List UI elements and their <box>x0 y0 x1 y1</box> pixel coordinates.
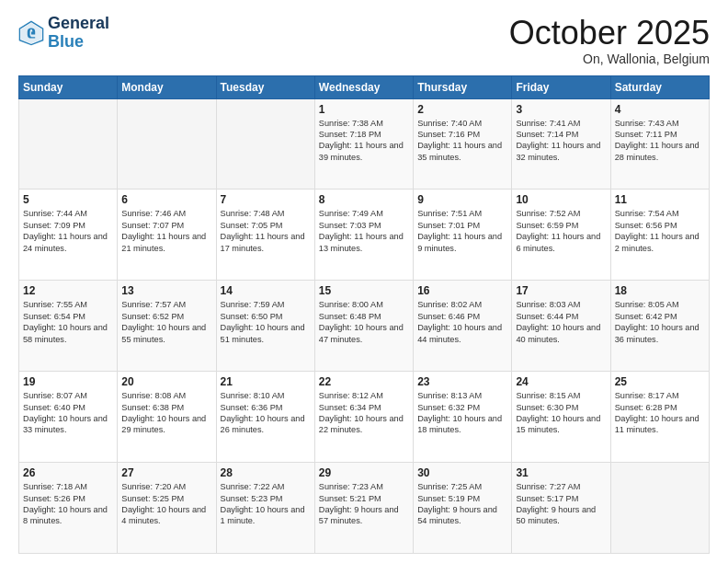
cell-info: Sunrise: 8:03 AM Sunset: 6:44 PM Dayligh… <box>516 299 606 345</box>
cell-info: Sunrise: 7:25 AM Sunset: 5:19 PM Dayligh… <box>417 481 507 527</box>
calendar-cell: 1Sunrise: 7:38 AM Sunset: 7:18 PM Daylig… <box>314 98 413 190</box>
cell-info: Sunrise: 8:10 AM Sunset: 6:36 PM Dayligh… <box>221 390 311 436</box>
day-number: 7 <box>221 193 311 206</box>
calendar-week-row: 12Sunrise: 7:55 AM Sunset: 6:54 PM Dayli… <box>19 281 710 372</box>
calendar-cell: 7Sunrise: 7:48 AM Sunset: 7:05 PM Daylig… <box>216 190 314 281</box>
day-number: 2 <box>417 103 507 116</box>
cell-info: Sunrise: 8:15 AM Sunset: 6:30 PM Dayligh… <box>516 390 606 436</box>
subtitle: On, Wallonia, Belgium <box>509 52 710 66</box>
cell-info: Sunrise: 7:57 AM Sunset: 6:52 PM Dayligh… <box>121 299 211 345</box>
calendar-cell <box>118 98 216 190</box>
day-number: 21 <box>221 375 311 388</box>
day-number: 26 <box>23 466 113 479</box>
day-number: 4 <box>615 103 705 116</box>
cell-info: Sunrise: 8:13 AM Sunset: 6:32 PM Dayligh… <box>417 390 507 436</box>
calendar-cell <box>19 98 118 190</box>
calendar-cell: 27Sunrise: 7:20 AM Sunset: 5:25 PM Dayli… <box>118 463 216 554</box>
calendar-cell: 8Sunrise: 7:49 AM Sunset: 7:03 PM Daylig… <box>314 190 413 281</box>
cell-info: Sunrise: 7:43 AM Sunset: 7:11 PM Dayligh… <box>615 118 705 164</box>
cell-info: Sunrise: 8:00 AM Sunset: 6:48 PM Dayligh… <box>319 299 409 345</box>
calendar-day-header: Sunday <box>19 75 118 98</box>
day-number: 23 <box>417 375 507 388</box>
calendar-cell: 2Sunrise: 7:40 AM Sunset: 7:16 PM Daylig… <box>414 98 512 190</box>
cell-info: Sunrise: 7:59 AM Sunset: 6:50 PM Dayligh… <box>221 299 311 345</box>
calendar-cell: 11Sunrise: 7:54 AM Sunset: 6:56 PM Dayli… <box>610 190 709 281</box>
cell-info: Sunrise: 7:23 AM Sunset: 5:21 PM Dayligh… <box>319 481 409 527</box>
day-number: 17 <box>516 284 606 297</box>
logo-text: General Blue <box>48 15 109 52</box>
title-block: October 2025 On, Wallonia, Belgium <box>509 15 710 66</box>
day-number: 10 <box>516 193 606 206</box>
day-number: 8 <box>319 193 409 206</box>
cell-info: Sunrise: 7:22 AM Sunset: 5:23 PM Dayligh… <box>221 481 311 527</box>
calendar-cell: 20Sunrise: 8:08 AM Sunset: 6:38 PM Dayli… <box>118 372 216 463</box>
calendar-cell: 22Sunrise: 8:12 AM Sunset: 6:34 PM Dayli… <box>314 372 413 463</box>
calendar-cell: 13Sunrise: 7:57 AM Sunset: 6:52 PM Dayli… <box>118 281 216 372</box>
calendar-cell: 28Sunrise: 7:22 AM Sunset: 5:23 PM Dayli… <box>216 463 314 554</box>
calendar-cell: 19Sunrise: 8:07 AM Sunset: 6:40 PM Dayli… <box>19 372 118 463</box>
cell-info: Sunrise: 7:41 AM Sunset: 7:14 PM Dayligh… <box>516 118 606 164</box>
calendar-cell: 3Sunrise: 7:41 AM Sunset: 7:14 PM Daylig… <box>512 98 610 190</box>
calendar-cell: 29Sunrise: 7:23 AM Sunset: 5:21 PM Dayli… <box>314 463 413 554</box>
calendar-table: SundayMondayTuesdayWednesdayThursdayFrid… <box>18 75 710 554</box>
logo: General Blue <box>18 15 109 52</box>
calendar-cell <box>610 463 709 554</box>
calendar-cell: 24Sunrise: 8:15 AM Sunset: 6:30 PM Dayli… <box>512 372 610 463</box>
logo-line1: General <box>48 15 109 33</box>
day-number: 27 <box>121 466 211 479</box>
day-number: 6 <box>121 193 211 206</box>
calendar-cell: 17Sunrise: 8:03 AM Sunset: 6:44 PM Dayli… <box>512 281 610 372</box>
calendar-day-header: Monday <box>118 75 216 98</box>
day-number: 3 <box>516 103 606 116</box>
day-number: 20 <box>121 375 211 388</box>
cell-info: Sunrise: 8:17 AM Sunset: 6:28 PM Dayligh… <box>615 390 705 436</box>
calendar-cell: 30Sunrise: 7:25 AM Sunset: 5:19 PM Dayli… <box>414 463 512 554</box>
page: General Blue October 2025 On, Wallonia, … <box>0 0 728 563</box>
day-number: 29 <box>319 466 409 479</box>
calendar-cell <box>216 98 314 190</box>
calendar-week-row: 5Sunrise: 7:44 AM Sunset: 7:09 PM Daylig… <box>19 190 710 281</box>
day-number: 12 <box>23 284 113 297</box>
day-number: 5 <box>23 193 113 206</box>
calendar-cell: 6Sunrise: 7:46 AM Sunset: 7:07 PM Daylig… <box>118 190 216 281</box>
day-number: 24 <box>516 375 606 388</box>
day-number: 25 <box>615 375 705 388</box>
cell-info: Sunrise: 8:08 AM Sunset: 6:38 PM Dayligh… <box>121 390 211 436</box>
day-number: 30 <box>417 466 507 479</box>
day-number: 14 <box>221 284 311 297</box>
cell-info: Sunrise: 7:55 AM Sunset: 6:54 PM Dayligh… <box>23 299 113 345</box>
calendar-cell: 4Sunrise: 7:43 AM Sunset: 7:11 PM Daylig… <box>610 98 709 190</box>
cell-info: Sunrise: 7:44 AM Sunset: 7:09 PM Dayligh… <box>23 208 113 254</box>
calendar-day-header: Friday <box>512 75 610 98</box>
cell-info: Sunrise: 8:05 AM Sunset: 6:42 PM Dayligh… <box>615 299 705 345</box>
calendar-week-row: 19Sunrise: 8:07 AM Sunset: 6:40 PM Dayli… <box>19 372 710 463</box>
main-title: October 2025 <box>509 15 710 52</box>
calendar-cell: 12Sunrise: 7:55 AM Sunset: 6:54 PM Dayli… <box>19 281 118 372</box>
day-number: 13 <box>121 284 211 297</box>
cell-info: Sunrise: 7:49 AM Sunset: 7:03 PM Dayligh… <box>319 208 409 254</box>
calendar-week-row: 26Sunrise: 7:18 AM Sunset: 5:26 PM Dayli… <box>19 463 710 554</box>
day-number: 19 <box>23 375 113 388</box>
calendar-cell: 16Sunrise: 8:02 AM Sunset: 6:46 PM Dayli… <box>414 281 512 372</box>
calendar-day-header: Thursday <box>414 75 512 98</box>
calendar-cell: 21Sunrise: 8:10 AM Sunset: 6:36 PM Dayli… <box>216 372 314 463</box>
logo-line2: Blue <box>48 32 84 51</box>
header: General Blue October 2025 On, Wallonia, … <box>18 15 710 66</box>
cell-info: Sunrise: 7:38 AM Sunset: 7:18 PM Dayligh… <box>319 118 409 164</box>
day-number: 22 <box>319 375 409 388</box>
calendar-day-header: Tuesday <box>216 75 314 98</box>
cell-info: Sunrise: 7:27 AM Sunset: 5:17 PM Dayligh… <box>516 481 606 527</box>
calendar-cell: 15Sunrise: 8:00 AM Sunset: 6:48 PM Dayli… <box>314 281 413 372</box>
calendar-week-row: 1Sunrise: 7:38 AM Sunset: 7:18 PM Daylig… <box>19 98 710 190</box>
calendar-day-header: Wednesday <box>314 75 413 98</box>
logo-icon <box>18 20 44 46</box>
day-number: 1 <box>319 103 409 116</box>
cell-info: Sunrise: 8:02 AM Sunset: 6:46 PM Dayligh… <box>417 299 507 345</box>
day-number: 11 <box>615 193 705 206</box>
calendar-cell: 18Sunrise: 8:05 AM Sunset: 6:42 PM Dayli… <box>610 281 709 372</box>
calendar-cell: 25Sunrise: 8:17 AM Sunset: 6:28 PM Dayli… <box>610 372 709 463</box>
day-number: 16 <box>417 284 507 297</box>
calendar-cell: 10Sunrise: 7:52 AM Sunset: 6:59 PM Dayli… <box>512 190 610 281</box>
cell-info: Sunrise: 7:40 AM Sunset: 7:16 PM Dayligh… <box>417 118 507 164</box>
calendar-cell: 14Sunrise: 7:59 AM Sunset: 6:50 PM Dayli… <box>216 281 314 372</box>
